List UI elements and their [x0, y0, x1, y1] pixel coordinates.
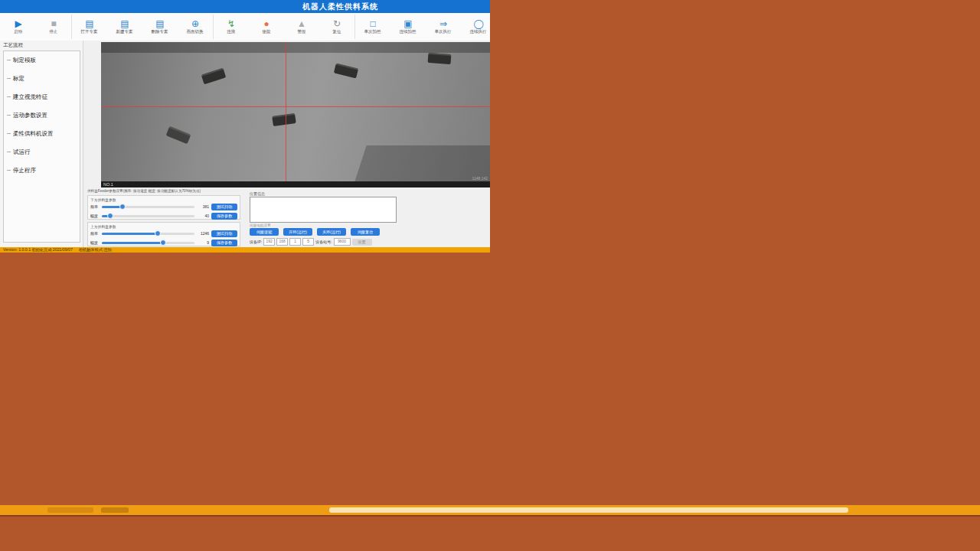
feeder-slider-row: 幅度 40 保存参数: [90, 211, 237, 220]
camera-view[interactable]: 1148,142: [101, 42, 490, 181]
feeder-slider[interactable]: [102, 233, 194, 235]
slider-thumb[interactable]: [160, 240, 166, 246]
window-title: 机器人柔性供料系统: [302, 2, 378, 12]
toolbar-button[interactable]: ◯ 连续执行: [461, 15, 490, 39]
servo-buttons: 伺服使能开环(运行)关环(运行)伺服复位: [250, 228, 380, 236]
servo-button[interactable]: 伺服使能: [250, 228, 279, 236]
ip-octet-input[interactable]: 192: [263, 238, 275, 246]
toolbar-button[interactable]: ▲ 警报: [284, 15, 319, 39]
process-step-item[interactable]: 建立视觉特征: [13, 93, 80, 101]
upper-feeder-group: 上方供料盘参数 频率 1246 测试抖动: [87, 222, 240, 246]
crosshair-v: [286, 42, 286, 181]
connect-icon: ↯: [227, 19, 235, 29]
ip-octets: 19216815: [263, 238, 314, 246]
process-step-item[interactable]: 试运行: [13, 148, 80, 156]
toolbar-button[interactable]: ↯ 连接: [213, 15, 249, 39]
resolution-label: 1148,142: [472, 176, 488, 181]
ip-octet-input[interactable]: 5: [302, 238, 314, 246]
toolbar-button[interactable]: ⇒ 单次执行: [426, 15, 461, 39]
bracket-part: [272, 113, 296, 126]
slider-fill: [102, 242, 163, 244]
process-sidebar: 工艺流程 制定模板标定建立视觉特征运动参数设置柔性供料机设置试运行停止程序: [0, 41, 83, 247]
feeder-rows: 频率 381 测试抖动 幅度: [90, 202, 237, 220]
process-steps: 制定模板标定建立视觉特征运动参数设置柔性供料机设置试运行停止程序: [3, 51, 80, 243]
screen-switch-icon: ⊕: [191, 19, 199, 29]
bracket-part: [166, 126, 191, 144]
toolbar-button[interactable]: ■ 停止: [36, 15, 71, 39]
feeder-slider-row: 幅度 9 保存参数: [90, 238, 237, 247]
window-body: 工艺流程 制定模板标定建立视觉特征运动参数设置柔性供料机设置试运行停止程序 11…: [0, 41, 490, 247]
process-step-item[interactable]: 制定模板: [13, 57, 80, 64]
process-step-item[interactable]: 柔性供料机设置: [13, 130, 80, 138]
toolbar-button[interactable]: ▤ 删除专案: [142, 15, 178, 39]
taskbar-strip: [0, 505, 980, 515]
toolbar-button[interactable]: ● 使能: [249, 15, 284, 39]
stop-icon: ■: [51, 19, 56, 29]
process-step-item[interactable]: 标定: [13, 75, 80, 83]
lower-feeder-group: 下方供料盘参数 频率 381 测试抖动: [87, 195, 240, 220]
slider-value: 40: [197, 214, 209, 218]
slider-label: 频率: [90, 231, 100, 236]
slider-thumb[interactable]: [107, 213, 113, 219]
toolbar-button[interactable]: ▶ 启动: [1, 15, 36, 39]
slider-thumb[interactable]: [155, 230, 161, 236]
slider-value: 9: [197, 240, 209, 245]
image-shadow-top: [101, 42, 490, 53]
feeder-slider[interactable]: [102, 206, 194, 208]
servo-button[interactable]: 伺服复位: [351, 228, 380, 236]
device-set-button[interactable]: 设置: [352, 239, 372, 246]
taskbar-chip: [101, 507, 129, 513]
single-shot-icon: □: [370, 19, 375, 29]
toolbar-button[interactable]: ▤ 新建专案: [107, 15, 142, 39]
feeder-slider[interactable]: [102, 215, 194, 217]
feeder-rows: 频率 1246 测试抖动 幅度: [90, 229, 237, 247]
enable-icon: ●: [263, 19, 269, 29]
slider-label: 幅度: [90, 240, 100, 245]
taskbar-chip: [47, 507, 93, 513]
continuous-run-icon: ◯: [473, 19, 483, 29]
toolbar-button[interactable]: ▣ 连续拍照: [390, 15, 426, 39]
servo-group-label: 伺服电机设置: [250, 223, 271, 227]
titlebar[interactable]: 机器人柔性供料系统: [0, 0, 490, 13]
feeder-action-button[interactable]: 测试抖动: [211, 204, 237, 210]
bracket-part: [427, 53, 451, 64]
status-segment: 相机触发模式:连拍: [79, 247, 112, 253]
slider-value: 381: [197, 204, 209, 209]
feeder-action-button[interactable]: 保存参数: [211, 240, 237, 246]
feeder-slider-row: 频率 381 测试抖动: [90, 202, 237, 211]
desktop-background-band: [0, 515, 980, 551]
servo-button[interactable]: 关环(运行): [317, 228, 346, 236]
position-info-box: [250, 197, 397, 223]
feeder-slider-row: 频率 1246 测试抖动: [90, 229, 237, 238]
status-bar: Version: 1.0.0.1 初始化完成 2021/09/07相机触发模式:…: [0, 247, 490, 253]
toolbar-button[interactable]: ↻ 复位: [319, 15, 354, 39]
sidebar-title: 工艺流程: [0, 41, 83, 51]
device-config-row: 设备IP: 19216815 设备站号: 9600 设置: [250, 238, 372, 246]
slider-fill: [102, 233, 158, 235]
feeder-header: 供料盘Feeder参数设置(频率: 振动速度 幅度: 振动幅度默认为70%较为佳…: [87, 189, 201, 193]
toolbar-button[interactable]: ⊕ 画面切换: [178, 15, 213, 39]
device-ip-label: 设备IP:: [250, 240, 262, 244]
toolbar-button[interactable]: ▤ 打开专案: [71, 15, 107, 39]
station-label: 设备站号:: [315, 240, 332, 244]
toolbar-button[interactable]: □ 单次拍照: [354, 15, 390, 39]
open-project-icon: ▤: [85, 19, 93, 29]
position-info-label: 位置信息: [250, 191, 265, 196]
ip-octet-input[interactable]: 168: [276, 238, 288, 246]
bracket-part: [334, 64, 358, 79]
feeder-slider[interactable]: [102, 242, 194, 244]
feeder-action-button[interactable]: 保存参数: [211, 213, 237, 220]
slider-thumb[interactable]: [119, 204, 126, 210]
status-segment: Version: 1.0.0.1 初始化完成 2021/09/07: [3, 247, 73, 253]
continuous-shot-icon: ▣: [403, 19, 412, 29]
bracket-part: [201, 68, 227, 85]
station-input[interactable]: 9600: [334, 238, 351, 246]
taskbar-inner-bar[interactable]: [329, 507, 848, 513]
feeder-action-button[interactable]: 测试抖动: [211, 230, 237, 237]
slider-label: 频率: [90, 204, 100, 209]
servo-button[interactable]: 开环(运行): [283, 228, 312, 236]
alarm-icon: ▲: [297, 19, 306, 29]
ip-octet-input[interactable]: 1: [289, 238, 301, 246]
process-step-item[interactable]: 停止程序: [13, 167, 80, 174]
process-step-item[interactable]: 运动参数设置: [13, 112, 80, 119]
